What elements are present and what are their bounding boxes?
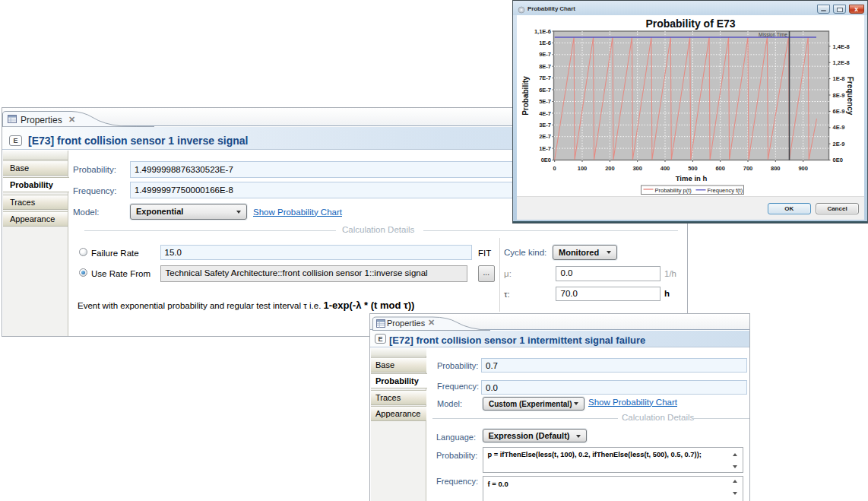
svg-text:100: 100 bbox=[578, 165, 588, 172]
svg-text:6E-7: 6E-7 bbox=[539, 87, 551, 94]
svg-text:3E-7: 3E-7 bbox=[539, 122, 551, 128]
svg-text:400: 400 bbox=[661, 165, 670, 172]
svg-text:2E-7: 2E-7 bbox=[539, 133, 551, 140]
svg-text:700: 700 bbox=[743, 165, 753, 172]
svg-text:0: 0 bbox=[553, 165, 556, 172]
svg-text:800: 800 bbox=[771, 165, 781, 172]
svg-text:5E-7: 5E-7 bbox=[539, 98, 551, 105]
svg-text:6E-9: 6E-9 bbox=[833, 108, 845, 115]
svg-text:1,1E-6: 1,1E-6 bbox=[534, 28, 551, 35]
svg-text:0E0: 0E0 bbox=[833, 157, 843, 163]
svg-text:300: 300 bbox=[632, 165, 642, 172]
svg-text:8E-9: 8E-9 bbox=[833, 92, 845, 99]
svg-text:600: 600 bbox=[715, 165, 725, 172]
svg-text:0E0: 0E0 bbox=[541, 157, 551, 163]
svg-text:Time in h: Time in h bbox=[676, 174, 708, 182]
svg-text:Frequency f(t): Frequency f(t) bbox=[708, 187, 743, 194]
svg-text:4E-7: 4E-7 bbox=[539, 110, 551, 117]
svg-text:1E-8: 1E-8 bbox=[833, 75, 845, 82]
svg-text:Probability: Probability bbox=[521, 76, 530, 116]
svg-text:Probability of E73: Probability of E73 bbox=[645, 17, 735, 30]
svg-text:7E-7: 7E-7 bbox=[539, 75, 551, 81]
svg-text:1,4E-8: 1,4E-8 bbox=[833, 43, 850, 50]
svg-text:1,2E-8: 1,2E-8 bbox=[833, 59, 850, 66]
svg-text:9E-7: 9E-7 bbox=[539, 51, 551, 58]
svg-text:500: 500 bbox=[688, 165, 698, 172]
svg-text:1E-6: 1E-6 bbox=[539, 40, 551, 46]
svg-text:1E-7: 1E-7 bbox=[539, 145, 551, 152]
svg-text:8E-7: 8E-7 bbox=[539, 63, 551, 70]
svg-text:Mission Time: Mission Time bbox=[759, 32, 787, 37]
svg-text:900: 900 bbox=[798, 165, 808, 172]
svg-text:Frequency: Frequency bbox=[846, 77, 854, 116]
svg-text:Probability p(t): Probability p(t) bbox=[655, 187, 692, 194]
svg-text:4E-9: 4E-9 bbox=[833, 124, 845, 131]
svg-text:200: 200 bbox=[605, 165, 615, 172]
svg-text:2E-9: 2E-9 bbox=[833, 141, 845, 147]
